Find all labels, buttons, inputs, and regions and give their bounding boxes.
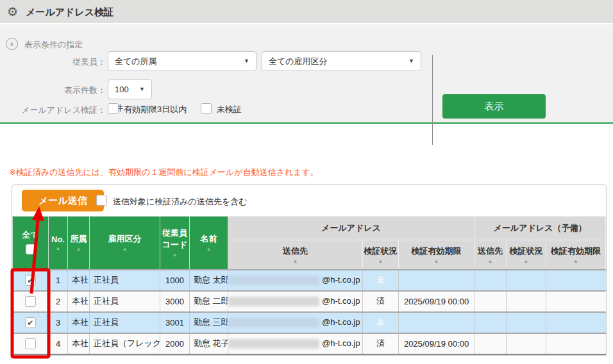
email-suffix: @h-t.co.jp bbox=[322, 275, 360, 285]
cell-email-to: @h-t.co.jp bbox=[228, 291, 363, 312]
cell-employment: 正社員 bbox=[90, 270, 160, 291]
cell-department: 本社 bbox=[68, 270, 90, 291]
cell-no: 1 bbox=[49, 270, 68, 291]
column-employment[interactable]: 雇用区分 ▲ bbox=[90, 217, 160, 270]
toolbar: メール送信 送信対象に検証済みの送信先を含む bbox=[12, 185, 606, 216]
verify-label: メールアドレス検証： bbox=[3, 104, 106, 116]
cell-backup-to bbox=[474, 333, 507, 354]
collapse-toggle-icon[interactable]: ∧ bbox=[6, 38, 18, 50]
expiry-3days-label: 有効期限3日以内 bbox=[124, 104, 187, 115]
column-backup-to[interactable]: 送信先 ▲ bbox=[474, 240, 507, 270]
column-department[interactable]: 所属 ▲ bbox=[68, 217, 90, 270]
column-email-status[interactable]: 検証状況 ▲ bbox=[363, 240, 399, 270]
row-checkbox[interactable]: ✔ bbox=[25, 275, 36, 286]
cell-email-to: @h-t.co.jp bbox=[228, 270, 363, 291]
page-title: メールアドレス検証 bbox=[26, 6, 113, 19]
sort-icon: ▲ bbox=[191, 247, 226, 252]
cell-email-status: 未 bbox=[363, 312, 399, 333]
cell-no: 4 bbox=[49, 333, 68, 354]
employment-select[interactable]: 全ての雇用区分 ▼ bbox=[262, 51, 421, 71]
cell-email-status: 済 bbox=[363, 291, 399, 312]
column-no[interactable]: No. ▲ bbox=[49, 217, 68, 270]
table-row: 4本社正社員（フレックス）2000勤怠 花子@h-t.co.jp済2025/09… bbox=[13, 333, 606, 354]
cell-department: 本社 bbox=[68, 312, 90, 333]
sort-icon: ▲ bbox=[474, 259, 506, 264]
cell-backup-status bbox=[507, 270, 546, 291]
send-mail-button[interactable]: メール送信 bbox=[22, 190, 104, 211]
cell-email-expiry bbox=[399, 312, 474, 333]
filter-section-title: 表示条件の指定 bbox=[24, 39, 83, 51]
status-value: 未 bbox=[376, 275, 385, 285]
cell-employee-code: 3000 bbox=[160, 291, 190, 312]
column-employee-code[interactable]: 従業員コード ▲ bbox=[160, 217, 190, 270]
show-button[interactable]: 表示 bbox=[442, 94, 546, 119]
gear-icon: ⚙ bbox=[7, 4, 18, 20]
cell-email-expiry bbox=[399, 270, 474, 291]
status-value: 未 bbox=[376, 317, 385, 327]
status-value: 済 bbox=[376, 338, 385, 348]
cell-email-status: 済 bbox=[363, 333, 399, 354]
cell-name: 勤怠 三郎 bbox=[190, 312, 228, 333]
verification-table: 全て No. ▲ 所属 ▲ 雇用区分 ▲ bbox=[12, 216, 606, 355]
redacted-email-blur bbox=[228, 318, 319, 327]
cell-backup-expiry bbox=[546, 333, 606, 354]
sort-icon: ▲ bbox=[69, 247, 88, 252]
select-all-checkbox[interactable] bbox=[26, 244, 36, 254]
redacted-email-blur bbox=[228, 276, 319, 285]
table-row: 2本社正社員3000勤怠 二郎@h-t.co.jp済2025/09/19 00:… bbox=[13, 291, 606, 312]
column-backup-status[interactable]: 検証状況 ▲ bbox=[507, 240, 546, 270]
cell-backup-to bbox=[474, 291, 507, 312]
sort-icon: ▲ bbox=[546, 259, 605, 264]
row-checkbox[interactable] bbox=[25, 338, 36, 349]
sort-icon: ▲ bbox=[91, 247, 158, 252]
cell-department: 本社 bbox=[68, 291, 90, 312]
sort-icon: ▲ bbox=[507, 259, 546, 264]
unverified-label: 未検証 bbox=[217, 104, 242, 115]
expiry-3days-checkbox[interactable] bbox=[108, 103, 119, 114]
cell-email-expiry: 2025/09/19 00:00 bbox=[399, 291, 474, 312]
sort-icon: ▲ bbox=[363, 259, 398, 264]
cell-backup-to bbox=[474, 270, 507, 291]
sort-icon: ▲ bbox=[399, 259, 474, 264]
department-select-value: 全ての所属 bbox=[115, 56, 157, 66]
cell-employment: 正社員 bbox=[90, 291, 160, 312]
cell-select: ✔ bbox=[13, 270, 49, 291]
cell-backup-expiry bbox=[546, 312, 606, 333]
table-row: ✔1本社正社員1000勤怠 太郎@h-t.co.jp未 bbox=[13, 270, 606, 291]
redacted-email-blur bbox=[228, 297, 319, 306]
status-value: 済 bbox=[376, 296, 385, 306]
cell-employee-code: 2000 bbox=[160, 333, 190, 354]
sort-icon: ▲ bbox=[50, 246, 66, 251]
cell-backup-expiry bbox=[546, 270, 606, 291]
column-group-email: メールアドレス bbox=[228, 217, 474, 240]
unverified-checkbox[interactable] bbox=[201, 103, 212, 114]
sort-icon: ▲ bbox=[228, 259, 362, 264]
department-select[interactable]: 全ての所属 ▼ bbox=[108, 51, 256, 71]
row-checkbox[interactable] bbox=[25, 296, 36, 307]
include-verified-checkbox[interactable] bbox=[96, 195, 107, 206]
cell-backup-to bbox=[474, 312, 507, 333]
select-all-label: 全て bbox=[14, 229, 47, 241]
cell-employment: 正社員（フレックス） bbox=[90, 333, 160, 354]
column-name[interactable]: 名前 ▲ bbox=[190, 217, 228, 270]
result-container: メール送信 送信対象に検証済みの送信先を含む 全て No. ▲ bbox=[12, 184, 607, 356]
cell-no: 2 bbox=[49, 291, 68, 312]
cell-email-expiry: 2025/09/19 00:00 bbox=[399, 333, 474, 354]
cell-department: 本社 bbox=[68, 333, 90, 354]
employee-label: 従業員： bbox=[3, 56, 106, 68]
cell-name: 勤怠 太郎 bbox=[190, 270, 228, 291]
cell-backup-status bbox=[507, 312, 546, 333]
column-backup-expiry[interactable]: 検証有効期限 ▲ bbox=[546, 240, 606, 270]
column-email-expiry[interactable]: 検証有効期限 ▲ bbox=[399, 240, 474, 270]
cell-email-status: 未 bbox=[363, 270, 399, 291]
chevron-down-icon: ▼ bbox=[139, 80, 145, 99]
panel-divider bbox=[432, 55, 433, 145]
email-suffix: @h-t.co.jp bbox=[322, 296, 360, 306]
row-checkbox[interactable]: ✔ bbox=[25, 317, 36, 328]
chevron-down-icon: ▼ bbox=[244, 52, 249, 70]
cell-employment: 正社員 bbox=[90, 312, 160, 333]
column-email-to[interactable]: 送信先 ▲ bbox=[228, 240, 363, 270]
chevron-down-icon: ▼ bbox=[408, 52, 414, 70]
cell-backup-expiry bbox=[546, 291, 606, 312]
count-select[interactable]: 100件 ▼ bbox=[108, 79, 152, 99]
